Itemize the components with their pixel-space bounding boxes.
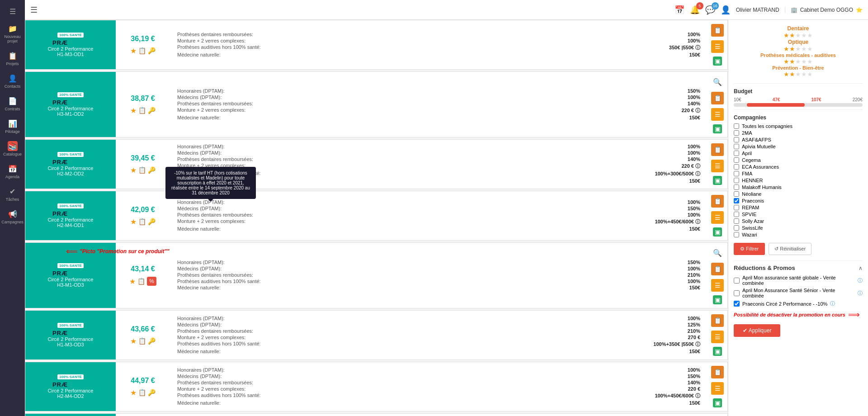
detail-button[interactable]: ☰ (711, 211, 724, 224)
reinitialiser-button[interactable]: ↺ Réinitialiser (769, 243, 811, 255)
promotion-icon[interactable]: % (147, 277, 156, 286)
favorite-icon[interactable]: ★ (130, 47, 137, 55)
company-checkbox-item[interactable]: ASAF&AFPS (734, 137, 863, 142)
sidebar-item-campagnes[interactable]: 📢 Campagnes (0, 206, 25, 227)
promo-checkbox-april-senior[interactable] (734, 290, 740, 296)
sidebar-item-contrats[interactable]: 📄 Contrats (0, 93, 25, 114)
detail-button[interactable]: ☰ (711, 331, 724, 343)
favorite-icon[interactable]: ★ (130, 217, 137, 226)
green-action-button[interactable]: ▣ (713, 124, 722, 133)
company-checkbox[interactable] (734, 218, 739, 224)
search-button[interactable]: 🔍 (711, 246, 724, 259)
company-checkbox[interactable] (734, 178, 739, 183)
company-checkbox-item[interactable]: ECA Assurances (734, 164, 863, 170)
green-action-button[interactable]: ▣ (713, 176, 722, 185)
company-checkbox-item[interactable]: SwissLife (734, 225, 863, 231)
company-checkbox[interactable] (734, 171, 739, 176)
collapse-icon[interactable]: ∧ (859, 265, 863, 271)
company-checkbox-item[interactable]: Praeconis (734, 198, 863, 203)
key-icon[interactable]: 🔑 (148, 337, 156, 345)
document-icon[interactable]: 📋 (138, 166, 146, 174)
green-action-button[interactable]: ▣ (713, 347, 722, 356)
info-icon[interactable]: ⓘ (830, 300, 835, 307)
company-checkbox[interactable] (734, 225, 739, 231)
company-checkbox-praeconis[interactable] (734, 198, 739, 203)
favorite-icon[interactable]: ★ (129, 277, 136, 286)
company-checkbox[interactable] (734, 123, 739, 129)
chat-notification[interactable]: 💬 16 (705, 5, 715, 15)
document-icon[interactable]: 📋 (138, 107, 146, 114)
promo-checkbox-item[interactable]: Praeconis Circé 2 Performance - -10% ⓘ (734, 300, 863, 307)
favorite-icon[interactable]: ★ (130, 166, 137, 175)
company-checkbox[interactable] (734, 205, 739, 210)
company-checkbox[interactable] (734, 144, 739, 149)
document-icon[interactable]: 📋 (138, 337, 146, 345)
company-checkbox[interactable] (734, 137, 739, 142)
key-icon[interactable]: 🔑 (148, 218, 156, 225)
add-to-project-button[interactable]: 📋 (711, 263, 724, 275)
green-action-button[interactable]: ▣ (713, 227, 722, 236)
menu-toggle-icon[interactable]: ☰ (30, 5, 38, 15)
add-to-project-button[interactable]: 📋 (711, 143, 724, 156)
document-icon[interactable]: 📋 (138, 389, 146, 396)
company-checkbox-item[interactable]: Malakoff Humanis (734, 184, 863, 190)
promo-checkbox-april-global[interactable] (734, 278, 740, 284)
company-checkbox-item[interactable]: April (734, 151, 863, 156)
document-icon[interactable]: 📋 (138, 218, 146, 225)
company-checkbox[interactable] (734, 157, 739, 163)
sidebar-item-agenda[interactable]: 📅 Agenda (0, 161, 25, 182)
detail-button[interactable]: ☰ (711, 40, 724, 53)
sidebar-item-projets[interactable]: 📋 Projets (0, 48, 25, 69)
green-action-button[interactable]: ▣ (713, 295, 722, 304)
document-icon[interactable]: 📋 (138, 47, 146, 54)
sidebar-item-contacts[interactable]: 👤 Contacts (0, 71, 25, 91)
search-button[interactable]: 🔍 (711, 76, 724, 88)
company-checkbox-item[interactable]: FMA (734, 171, 863, 176)
info-icon[interactable]: ⓘ (858, 290, 863, 297)
company-checkbox[interactable] (734, 212, 739, 217)
key-icon[interactable]: 🔑 (148, 166, 156, 174)
company-checkbox-item[interactable]: Cegema (734, 157, 863, 163)
calendar-icon[interactable]: 📅 (675, 5, 684, 15)
company-checkbox[interactable] (734, 191, 739, 197)
green-action-button[interactable]: ▣ (713, 398, 722, 407)
favorite-icon[interactable]: ★ (130, 337, 137, 345)
promo-checkbox-praeconis[interactable] (734, 301, 740, 307)
company-checkbox-item[interactable]: Wazari (734, 232, 863, 237)
company-checkbox-item[interactable]: Néoliane (734, 191, 863, 197)
company-checkbox-item[interactable]: SPVIE (734, 212, 863, 217)
sidebar-item-catalogue[interactable]: 📚 Catalogue (0, 138, 25, 159)
detail-button[interactable]: ☰ (711, 279, 724, 292)
add-to-project-button[interactable]: 📋 (711, 92, 724, 104)
info-icon[interactable]: ⓘ (858, 277, 863, 284)
company-checkbox-item[interactable]: HENNER (734, 178, 863, 183)
company-checkbox[interactable] (734, 130, 739, 136)
sidebar-item-menu[interactable]: ☰ (0, 4, 25, 19)
key-icon[interactable]: 🔑 (148, 389, 156, 396)
appliquer-button[interactable]: ✔ Appliquer (734, 324, 780, 337)
company-checkbox[interactable] (734, 151, 739, 156)
green-action-button[interactable]: ▣ (713, 57, 722, 66)
company-checkbox-item[interactable]: Apivia Mutuelle (734, 144, 863, 149)
favorite-icon[interactable]: ★ (130, 106, 137, 115)
document-icon[interactable]: 📋 (137, 278, 145, 285)
company-checkbox-item[interactable]: Toutes les compagnies (734, 123, 863, 129)
add-to-project-button[interactable]: 📋 (711, 366, 724, 378)
company-checkbox-item[interactable]: REPAM (734, 205, 863, 210)
add-to-project-button[interactable]: 📋 (711, 24, 724, 37)
filter-button[interactable]: ⚙ Filtrer (734, 243, 765, 255)
detail-button[interactable]: ☰ (711, 382, 724, 395)
key-icon[interactable]: 🔑 (148, 47, 156, 54)
favorite-icon[interactable]: ★ (130, 388, 137, 397)
sidebar-item-taches[interactable]: ✔ Tâches (0, 184, 25, 204)
promo-checkbox-item[interactable]: April Mon assurance santé globale - Vent… (734, 275, 863, 286)
bell-notification[interactable]: 🔔 5 (690, 5, 700, 15)
key-icon[interactable]: 🔑 (148, 107, 156, 114)
company-checkbox-item[interactable]: Solly Azar (734, 218, 863, 224)
add-to-project-button[interactable]: 📋 (711, 195, 724, 208)
detail-button[interactable]: ☰ (711, 160, 724, 172)
detail-button[interactable]: ☰ (711, 108, 724, 121)
company-checkbox[interactable] (734, 184, 739, 190)
company-checkbox[interactable] (734, 232, 739, 237)
add-to-project-button[interactable]: 📋 (711, 314, 724, 327)
